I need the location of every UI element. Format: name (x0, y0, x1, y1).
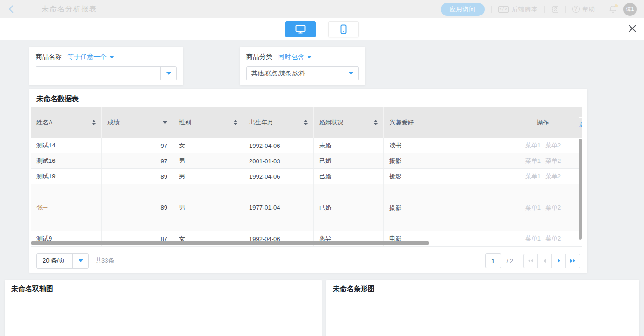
avatar[interactable]: 谭1 (623, 3, 637, 16)
sort-icon[interactable] (300, 120, 308, 125)
select-caret-button[interactable] (72, 254, 88, 268)
action-link[interactable]: 菜单1 (525, 172, 541, 181)
action-link[interactable]: 菜单1 (525, 204, 541, 212)
right-icon (558, 258, 560, 263)
table-cell: 已婚 (314, 169, 384, 184)
table-cell: 男 (173, 153, 243, 168)
sort-icon[interactable] (370, 120, 378, 125)
column-header[interactable]: 操作 (508, 107, 578, 138)
panel-title: 未命名条形图 (333, 285, 375, 293)
select-caret-button[interactable] (160, 67, 176, 80)
column-header[interactable]: 兴趣爱好 (384, 107, 508, 138)
table-header-row: 姓名A成绩性别出生年月婚姻状况兴趣爱好操作选 (31, 107, 582, 138)
horizontal-scrollbar[interactable] (31, 241, 429, 245)
actions-cell: 菜单1菜单2 (508, 169, 578, 184)
filter-value-select[interactable] (36, 66, 177, 80)
back-button[interactable] (8, 5, 14, 13)
actions-cell: 菜单1菜单2 (508, 231, 578, 246)
filter-value-input[interactable] (36, 67, 160, 80)
table-title: 未命名数据表 (36, 95, 79, 103)
vertical-scrollbar[interactable] (579, 139, 582, 240)
bar-chart-panel: 未命名条形图 (326, 280, 639, 336)
dual-axis-chart-panel: 未命名双轴图 (5, 280, 322, 336)
column-header[interactable]: 婚姻状况 (314, 107, 384, 138)
actions-cell: 菜单1菜单2 (508, 184, 578, 231)
table-cell: 摄影 (384, 153, 508, 168)
action-link[interactable]: 菜单1 (525, 157, 541, 165)
column-header[interactable]: 出生年月 (243, 107, 314, 138)
close-button[interactable] (628, 24, 637, 35)
filter-widget-product-category: 商品分类 同时包含 (240, 47, 365, 85)
table-cell: 已婚 (314, 184, 384, 231)
backend-script-button[interactable]: </> 后端脚本 (498, 5, 538, 14)
table-row: 测试1697男2001-01-03已婚摄影菜单1菜单2 (31, 153, 582, 169)
filter-widget-product-name: 商品名称 等于任意一个 (29, 47, 183, 85)
help-button[interactable]: ? 帮助 (572, 5, 595, 14)
select-caret-button[interactable] (343, 67, 358, 80)
divider (565, 6, 566, 13)
caret-down-icon (166, 72, 171, 75)
table-cell: 张三 (31, 184, 102, 231)
table-row: 测试1989男1992-04-06已婚摄影菜单1菜单2 (31, 169, 582, 184)
code-icon: </> (498, 6, 509, 13)
table-cell: 读书 (384, 138, 508, 153)
contacts-button[interactable] (551, 6, 559, 13)
sort-icon[interactable] (88, 120, 96, 125)
table-cell: 测试14 (31, 138, 102, 153)
page-number-input[interactable] (485, 253, 501, 268)
page-size-select[interactable]: 20 条/页 (36, 253, 89, 269)
pagination-bar: 20 条/页 共33条 / 2 (29, 248, 587, 273)
action-link[interactable]: 菜单2 (545, 172, 561, 181)
next-page-button[interactable] (551, 254, 566, 268)
action-link[interactable]: 菜单2 (545, 157, 561, 165)
notifications-button[interactable] (609, 5, 617, 13)
filter-value-select[interactable] (246, 66, 359, 80)
record-link[interactable]: 张三 (36, 204, 49, 212)
column-header[interactable]: 性别 (173, 107, 243, 138)
filter-operator-dropdown[interactable]: 同时包含 (278, 53, 312, 61)
table-cell: 1992-04-06 (243, 138, 314, 153)
action-link[interactable]: 菜单1 (525, 141, 541, 150)
pager-buttons (523, 254, 580, 268)
table-cell: 男 (173, 184, 243, 231)
table-body: 测试1497女1992-04-06未婚读书菜单1菜单2测试1697男2001-0… (31, 138, 582, 247)
table-row: 张三89男1977-01-04已婚摄影菜单1菜单2 (31, 184, 582, 231)
panel-title: 未命名双轴图 (11, 285, 53, 293)
app-access-button[interactable]: 应用访问 (441, 3, 485, 16)
table-cell: 摄影 (384, 169, 508, 184)
table-cell: 已婚 (314, 153, 384, 168)
left-icon (544, 258, 546, 263)
report-editor-page: 未命名分析报表 应用访问 </> 后端脚本 ? 帮助 (0, 0, 644, 336)
action-link[interactable]: 菜单1 (525, 234, 541, 243)
caret-down-icon (79, 259, 83, 262)
table-cell: 未婚 (314, 138, 384, 153)
table-cell: 女 (173, 138, 243, 153)
table-cell: 摄影 (384, 184, 508, 231)
filter-operator-dropdown[interactable]: 等于任意一个 (67, 53, 114, 61)
prev-page-button[interactable] (537, 254, 552, 268)
table-cell: 89 (102, 169, 173, 184)
total-count-label: 共33条 (95, 256, 114, 265)
chevron-left-icon (8, 5, 14, 13)
column-header[interactable]: 成绩 (102, 107, 173, 138)
last-page-button[interactable] (565, 254, 580, 268)
close-icon (628, 24, 637, 33)
sort-icon[interactable] (230, 120, 237, 125)
filter-value-input[interactable] (247, 67, 343, 80)
caret-down-icon (307, 56, 312, 58)
action-link[interactable]: 菜单2 (545, 141, 561, 150)
mobile-view-toggle[interactable] (328, 21, 359, 37)
sort-desc-icon[interactable] (159, 121, 167, 124)
divider (602, 6, 602, 13)
table-cell: 89 (102, 184, 173, 231)
double-right-icon (570, 259, 572, 263)
action-link[interactable]: 菜单2 (545, 204, 561, 212)
desktop-view-toggle[interactable] (285, 21, 316, 37)
first-page-button[interactable] (523, 254, 538, 268)
action-link[interactable]: 菜单2 (545, 234, 561, 243)
notification-badge (615, 4, 618, 7)
double-left-icon (528, 259, 530, 263)
caret-down-icon (349, 72, 353, 75)
caret-down-icon (109, 56, 114, 58)
column-header[interactable]: 姓名A (31, 107, 102, 138)
